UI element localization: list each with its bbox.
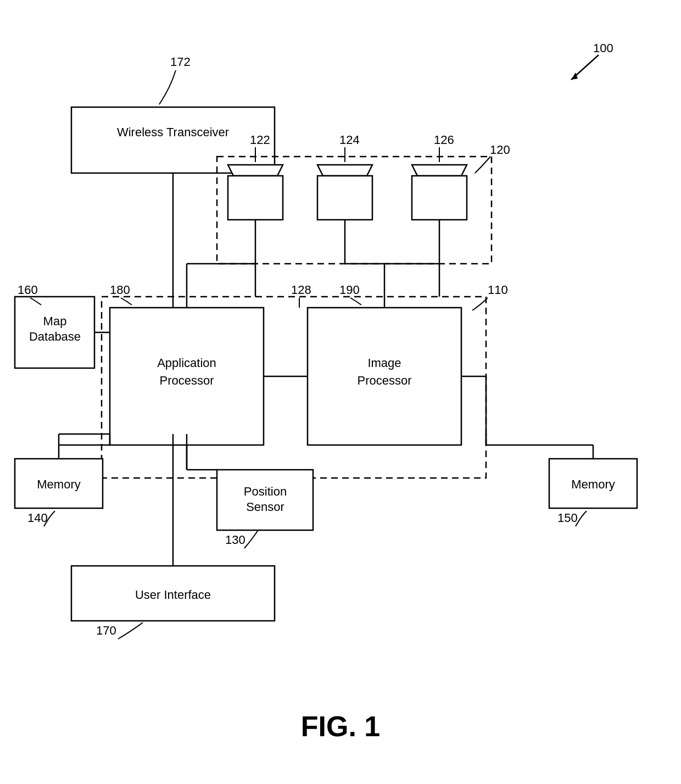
ref-124: 124 bbox=[339, 133, 360, 147]
ref-180: 180 bbox=[110, 283, 130, 297]
figure-label: FIG. 1 bbox=[301, 710, 380, 742]
camera2-box bbox=[317, 176, 372, 220]
map-db-label2: Database bbox=[29, 330, 81, 343]
position-sensor-label: Position bbox=[244, 485, 287, 498]
ref-150: 150 bbox=[557, 511, 578, 525]
diagram: 100 172 Wireless Transceiver 120 122 124 bbox=[0, 0, 681, 784]
position-sensor-label2: Sensor bbox=[246, 500, 284, 514]
svg-marker-3 bbox=[228, 165, 283, 176]
memory-right-label: Memory bbox=[571, 477, 615, 491]
svg-marker-7 bbox=[412, 165, 467, 176]
ref-140: 140 bbox=[27, 511, 48, 525]
ref-100: 100 bbox=[593, 41, 613, 55]
map-db-label: Map bbox=[43, 314, 67, 328]
ref-160: 160 bbox=[18, 283, 38, 297]
ref-190: 190 bbox=[339, 283, 360, 297]
user-interface-label: User Interface bbox=[135, 588, 211, 602]
ref-170: 170 bbox=[96, 624, 116, 637]
wireless-transceiver-label: Wireless Transceiver bbox=[117, 125, 229, 139]
wireless-transceiver-box bbox=[71, 107, 275, 173]
camera1-box bbox=[228, 176, 283, 220]
ref-130: 130 bbox=[225, 533, 245, 547]
ref-122: 122 bbox=[250, 133, 270, 147]
ref-128: 128 bbox=[291, 283, 311, 297]
ref-126: 126 bbox=[434, 133, 454, 147]
ref-110: 110 bbox=[488, 283, 508, 297]
app-processor-label2: Processor bbox=[159, 374, 214, 387]
image-processor-label: Image bbox=[367, 356, 401, 370]
svg-marker-5 bbox=[317, 165, 372, 176]
camera3-box bbox=[412, 176, 467, 220]
ref-172: 172 bbox=[170, 55, 191, 69]
ref-120: 120 bbox=[490, 143, 510, 157]
svg-marker-1 bbox=[571, 73, 578, 80]
image-processor-label2: Processor bbox=[357, 374, 411, 387]
app-processor-label: Application bbox=[157, 356, 216, 370]
memory-left-label: Memory bbox=[37, 477, 80, 491]
